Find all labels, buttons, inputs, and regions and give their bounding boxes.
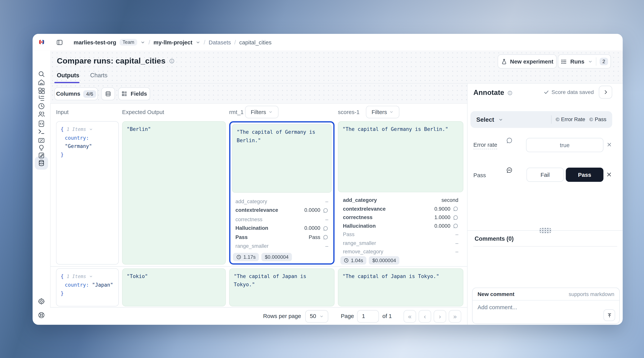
metric-label[interactable]: Pass [343, 232, 456, 238]
metric-label[interactable]: correctness [236, 216, 326, 222]
metric-label[interactable]: range_smaller [343, 240, 456, 246]
breadcrumb-org[interactable]: marlies-test-org [74, 39, 116, 45]
users-icon[interactable] [38, 110, 45, 118]
resize-handle[interactable] [539, 228, 552, 233]
metric-label[interactable]: correctness [343, 215, 434, 220]
fail-button[interactable]: Fail [526, 168, 564, 182]
comment-bubble-icon[interactable] [453, 206, 458, 211]
previous-page-button[interactable]: ‹ [419, 310, 431, 323]
json-items-label[interactable]: 1 Items [66, 274, 86, 279]
first-page-button[interactable]: « [404, 310, 416, 323]
comment-bubble-icon[interactable] [323, 235, 328, 240]
run1-filters-button[interactable]: Filters [245, 106, 278, 118]
pass-button-selected[interactable]: Pass [566, 168, 604, 182]
breadcrumb: marlies-test-org Team / my-llm-project /… [74, 34, 272, 50]
comment-bubble-icon[interactable] [453, 223, 458, 229]
breadcrumb-dataset-name[interactable]: capital_cities [239, 39, 272, 45]
comment-bubble-icon[interactable] [453, 215, 458, 220]
fields-button[interactable]: Fields [118, 87, 150, 100]
row2-run1-output-cell[interactable]: "The capital of Japan is Tokyo." [229, 268, 334, 306]
lightbulb-icon[interactable] [38, 144, 45, 152]
new-comment-title: New comment [478, 291, 514, 297]
runs-button[interactable]: Runs 2 [558, 54, 611, 68]
row2-run2-output-cell[interactable]: "The capital of Japan is Tokyo." [338, 268, 463, 306]
latency-chip: 1.04s [340, 256, 366, 265]
clear-pass-icon[interactable] [606, 171, 612, 178]
row2-expected-cell[interactable]: "Tokio" [122, 268, 226, 306]
columns-button[interactable]: Columns 4/6 [54, 87, 98, 100]
score-chip-error-rate[interactable]: ©Error Rate [556, 116, 585, 122]
breadcrumb-project[interactable]: my-llm-project [154, 39, 192, 45]
terminal-icon[interactable] [38, 128, 45, 135]
tab-outputs[interactable]: Outputs [57, 72, 79, 79]
dashboard-icon[interactable] [38, 87, 45, 94]
comment-bubble-dots-icon[interactable] [506, 167, 513, 174]
help-lifebuoy-icon[interactable] [38, 311, 45, 319]
row1-run1-cell-selected[interactable]: "The capital of Germany is Berlin." add_… [229, 121, 334, 264]
last-page-button[interactable]: » [449, 310, 461, 323]
metric-label[interactable]: Hallucination [236, 225, 304, 231]
chevron-down-icon[interactable] [89, 127, 93, 131]
page-number-input[interactable] [358, 310, 379, 323]
info-icon[interactable] [507, 90, 512, 95]
comment-bubble-icon[interactable] [323, 226, 328, 231]
team-badge: Team [120, 39, 137, 45]
json-value: "Germany" [65, 143, 92, 149]
comment-bubble-icon[interactable] [506, 137, 513, 144]
next-page-button[interactable]: › [434, 310, 446, 323]
metric-label[interactable]: Pass [236, 234, 309, 240]
row2-input-cell[interactable]: { 1 Items country: "Japan" } [56, 268, 119, 306]
run-output-text: "The capital of Germany is Berlin." [342, 125, 459, 133]
pass-field-label[interactable]: Pass [474, 172, 486, 179]
clear-error-rate-icon[interactable] [606, 142, 612, 148]
json-items-label[interactable]: 1 Items [66, 127, 86, 132]
tab-charts[interactable]: Charts [90, 72, 108, 79]
submit-comment-button[interactable] [604, 309, 615, 321]
row1-input-cell[interactable]: { 1 Items country: "Germany" } [56, 121, 119, 264]
comment-bubble-icon[interactable] [323, 208, 328, 213]
search-icon[interactable] [38, 70, 45, 78]
traces-tree-icon[interactable] [38, 94, 45, 102]
error-rate-field-label[interactable]: Error rate [474, 142, 497, 149]
metric-label[interactable]: contextrelevance [236, 207, 304, 213]
run2-filters-button[interactable]: Filters [366, 106, 399, 118]
score-chip-pass[interactable]: ©Pass [590, 116, 606, 122]
chevron-down-icon[interactable] [140, 40, 145, 44]
metric-label[interactable]: remove_category [343, 249, 456, 255]
metric-label[interactable]: Hallucination [343, 223, 434, 229]
rows-per-page-select[interactable]: 50 [305, 310, 328, 323]
select-dropdown[interactable]: Select [476, 116, 494, 123]
breadcrumb-separator: / [204, 39, 205, 45]
chevron-down-icon[interactable] [89, 275, 93, 278]
clock-icon [236, 255, 241, 260]
evaluations-icon[interactable] [38, 137, 45, 144]
datasets-database-icon[interactable] [38, 159, 45, 167]
page-label: Page [341, 313, 354, 319]
chevron-down-icon[interactable] [498, 117, 503, 122]
breadcrumb-datasets[interactable]: Datasets [209, 39, 231, 45]
row-height-button[interactable] [101, 87, 115, 100]
info-icon[interactable] [169, 58, 175, 64]
error-rate-value-input[interactable] [526, 138, 604, 152]
chevron-down-icon[interactable] [196, 40, 200, 44]
row1-run2-output-cell[interactable]: "The capital of Germany is Berlin." [338, 121, 463, 192]
json-brace: { [61, 273, 64, 279]
code-file-icon[interactable] [38, 120, 45, 127]
row1-expected-cell[interactable]: "Berlin" [122, 121, 226, 264]
metric-label[interactable]: add_category [236, 198, 326, 204]
settings-gear-icon[interactable] [38, 298, 45, 305]
new-comment-box: New comment supports markdown Add commen… [472, 288, 620, 324]
home-icon[interactable] [38, 79, 45, 86]
metric-label[interactable]: add_category [343, 197, 442, 203]
comment-input[interactable]: Add comment... [472, 301, 619, 325]
row-divider [50, 266, 467, 267]
collapse-panel-button[interactable] [599, 86, 612, 99]
clock-icon [344, 258, 349, 263]
chevron-down-icon [390, 110, 394, 114]
metric-label[interactable]: contextrelevance [343, 206, 434, 212]
history-clock-icon[interactable] [38, 102, 45, 110]
new-experiment-button[interactable]: New experiment [498, 54, 556, 68]
sidebar-toggle-icon[interactable] [56, 39, 63, 46]
score-chip-label: Pass [595, 116, 606, 122]
annotation-clipboard-icon[interactable] [38, 152, 45, 159]
